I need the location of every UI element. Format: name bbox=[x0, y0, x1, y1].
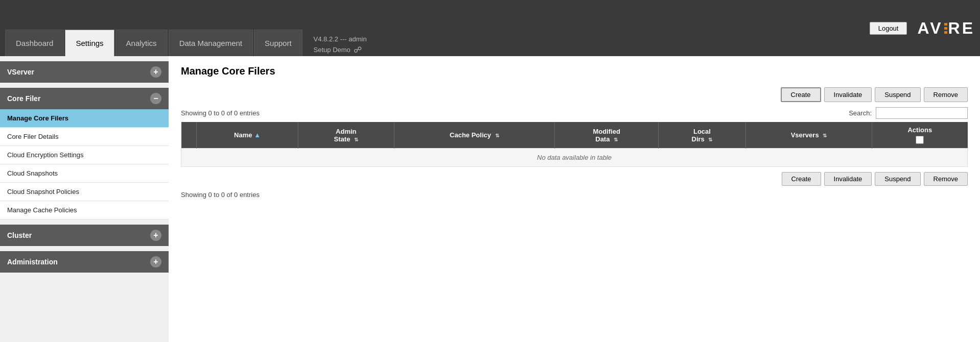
sidebar-item-manage-cache-policies[interactable]: Manage Cache Policies bbox=[0, 201, 169, 219]
col-header-name[interactable]: Name ▲ bbox=[197, 122, 298, 149]
main-content: Manage Core Filers Create Invalidate Sus… bbox=[169, 56, 980, 342]
search-input[interactable] bbox=[876, 107, 968, 119]
administration-expand-icon[interactable]: + bbox=[150, 256, 161, 267]
tab-support[interactable]: Support bbox=[254, 30, 302, 56]
invalidate-button-top[interactable]: Invalidate bbox=[824, 87, 872, 102]
sidebar-item-cloud-snapshot-policies[interactable]: Cloud Snapshot Policies bbox=[0, 183, 169, 201]
top-action-row: Create Invalidate Suspend Remove bbox=[181, 87, 968, 102]
suspend-button-top[interactable]: Suspend bbox=[875, 87, 920, 102]
invalidate-button-bottom[interactable]: Invalidate bbox=[824, 172, 872, 186]
create-button-top[interactable]: Create bbox=[781, 87, 821, 102]
sort-up-icon: ▲ bbox=[254, 131, 261, 139]
sidebar-section-vserver[interactable]: VServer + bbox=[0, 61, 169, 83]
remove-button-bottom[interactable]: Remove bbox=[924, 172, 968, 186]
showing-entries-top: Showing 0 to 0 of 0 entries bbox=[181, 109, 260, 117]
cluster-expand-icon[interactable]: + bbox=[150, 230, 161, 241]
logo-bars-icon bbox=[944, 23, 947, 34]
sort-arrows-cache-policy-icon: ⇅ bbox=[495, 133, 499, 138]
bottom-action-row: Create Invalidate Suspend Remove bbox=[181, 172, 968, 186]
col-header-actions: Actions bbox=[872, 122, 968, 149]
core-filer-collapse-icon[interactable]: − bbox=[150, 93, 161, 104]
sidebar-item-core-filer-details[interactable]: Core Filer Details bbox=[0, 128, 169, 146]
core-filers-table: Name ▲ AdminState ⇅ Cache Policy ⇅ Modif… bbox=[181, 122, 968, 167]
version-info: V4.8.2.2 --- admin Setup Demo ☍ bbox=[314, 34, 367, 57]
sidebar-section-cluster[interactable]: Cluster + bbox=[0, 225, 169, 246]
main-layout: VServer + Core Filer − Manage Core Filer… bbox=[0, 56, 980, 342]
showing-entries-bottom: Showing 0 to 0 of 0 entries bbox=[181, 191, 968, 199]
sort-arrows-admin-state-icon: ⇅ bbox=[354, 137, 358, 142]
page-title: Manage Core Filers bbox=[181, 65, 968, 77]
sort-arrows-vservers-icon: ⇅ bbox=[823, 133, 827, 138]
remove-button-top[interactable]: Remove bbox=[924, 87, 968, 102]
col-header-cache-policy[interactable]: Cache Policy ⇅ bbox=[394, 122, 555, 149]
col-header-admin-state[interactable]: AdminState ⇅ bbox=[298, 122, 394, 149]
vserver-expand-icon[interactable]: + bbox=[150, 66, 161, 78]
sidebar: VServer + Core Filer − Manage Core Filer… bbox=[0, 56, 169, 342]
top-showing-row: Showing 0 to 0 of 0 entries Search: bbox=[181, 107, 968, 119]
suspend-button-bottom[interactable]: Suspend bbox=[875, 172, 920, 186]
sidebar-section-administration[interactable]: Administration + bbox=[0, 251, 169, 273]
avere-logo: AV RE bbox=[917, 19, 975, 38]
search-row: Search: bbox=[849, 107, 968, 119]
sort-arrows-local-dirs-icon: ⇅ bbox=[708, 137, 712, 142]
actions-checkbox[interactable] bbox=[916, 136, 924, 144]
tab-data-management[interactable]: Data Management bbox=[169, 30, 253, 56]
col-header-modified-data[interactable]: ModifiedData ⇅ bbox=[555, 122, 659, 149]
tab-settings[interactable]: Settings bbox=[65, 30, 114, 56]
tab-dashboard[interactable]: Dashboard bbox=[5, 30, 64, 56]
sidebar-section-core-filer[interactable]: Core Filer − bbox=[0, 88, 169, 109]
sort-arrows-modified-data-icon: ⇅ bbox=[614, 137, 618, 142]
no-data-row: No data available in table bbox=[181, 149, 968, 167]
col-header-local-dirs[interactable]: LocalDirs ⇅ bbox=[659, 122, 746, 149]
sidebar-item-manage-core-filers[interactable]: Manage Core Filers bbox=[0, 109, 169, 128]
tab-analytics[interactable]: Analytics bbox=[115, 30, 168, 56]
setup-icon: ☍ bbox=[354, 44, 362, 56]
col-header-vservers[interactable]: Vservers ⇅ bbox=[745, 122, 872, 149]
no-data-cell: No data available in table bbox=[181, 149, 968, 167]
logout-button[interactable]: Logout bbox=[870, 22, 907, 35]
header-right: Logout bbox=[870, 22, 907, 35]
app-header: Dashboard Settings Analytics Data Manage… bbox=[0, 0, 980, 56]
search-label: Search: bbox=[849, 109, 872, 117]
sidebar-item-cloud-snapshots[interactable]: Cloud Snapshots bbox=[0, 164, 169, 183]
sidebar-item-cloud-encryption-settings[interactable]: Cloud Encryption Settings bbox=[0, 146, 169, 164]
nav-tabs: Dashboard Settings Analytics Data Manage… bbox=[5, 0, 870, 56]
col-header-select bbox=[181, 122, 197, 149]
create-button-bottom[interactable]: Create bbox=[782, 172, 821, 186]
